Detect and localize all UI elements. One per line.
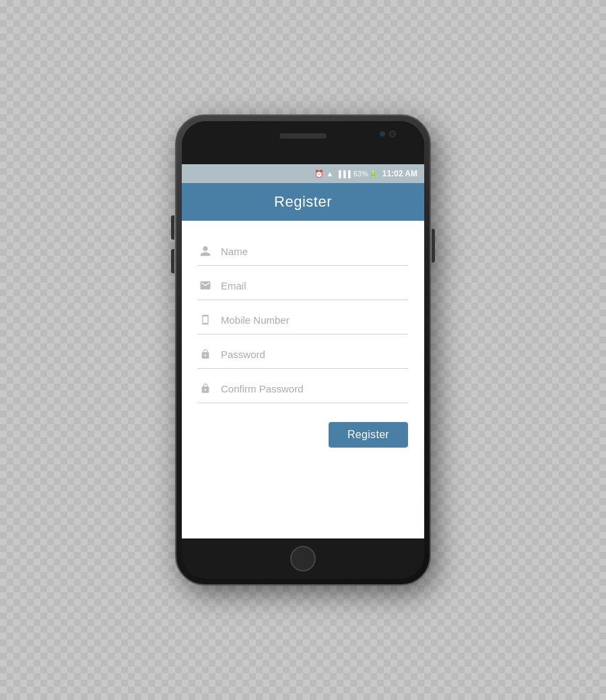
battery-percent: 63% [354, 170, 368, 178]
email-icon [198, 278, 213, 293]
front-camera [389, 131, 396, 137]
password-input[interactable] [221, 349, 408, 360]
signal-icon: ▐▐▐ [336, 170, 350, 178]
status-time: 11:02 AM [382, 169, 417, 178]
alarm-icon: ⏰ [314, 170, 324, 178]
battery-icon: 63% 🔋 [354, 170, 377, 178]
register-btn-row: Register [198, 406, 408, 454]
phone-icon [198, 312, 213, 327]
register-form: Register [182, 221, 424, 468]
name-field-row [198, 234, 408, 266]
power-button[interactable] [432, 229, 435, 262]
app-bar: Register [182, 183, 424, 221]
wifi-icon: ▲ [327, 170, 334, 178]
status-icons: ⏰ ▲ ▐▐▐ 63% 🔋 11:02 AM [314, 169, 417, 178]
mobile-input[interactable] [221, 314, 408, 326]
person-icon [198, 244, 213, 258]
password-field-row [198, 337, 408, 369]
confirm-password-field-row [198, 372, 408, 403]
volume-down-button[interactable] [171, 249, 174, 273]
bottom-bezel [182, 538, 424, 579]
email-field-row [198, 269, 408, 300]
mobile-field-row [198, 303, 408, 335]
status-bar: ⏰ ▲ ▐▐▐ 63% 🔋 11:02 AM [182, 164, 424, 183]
phone-screen: ⏰ ▲ ▐▐▐ 63% 🔋 11:02 AM Register [182, 164, 424, 538]
volume-up-button[interactable] [171, 215, 174, 240]
top-bezel [182, 121, 424, 164]
battery-symbol: 🔋 [369, 170, 377, 178]
email-input[interactable] [221, 280, 408, 291]
lock-icon [198, 347, 213, 361]
confirm-password-input[interactable] [221, 383, 408, 394]
register-button[interactable]: Register [329, 422, 408, 448]
home-button[interactable] [290, 546, 316, 571]
phone-device: ⏰ ▲ ▐▐▐ 63% 🔋 11:02 AM Register [175, 114, 431, 586]
phone-bezel: ⏰ ▲ ▐▐▐ 63% 🔋 11:02 AM Register [182, 121, 424, 579]
name-input[interactable] [221, 246, 408, 257]
speaker-grille [279, 133, 327, 139]
front-sensor [380, 131, 385, 137]
confirm-lock-icon [198, 381, 213, 396]
app-bar-title: Register [274, 193, 332, 211]
